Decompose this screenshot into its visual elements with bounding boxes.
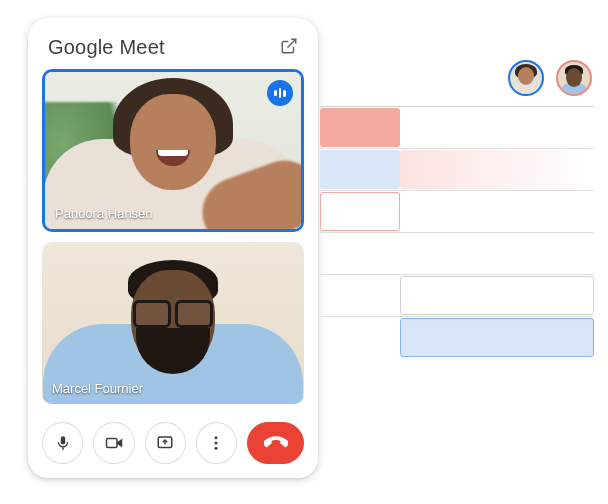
video-tile-participant-2[interactable]: Marcel Fournier — [42, 242, 304, 404]
calendar-event-block[interactable] — [400, 318, 594, 357]
svg-point-7 — [215, 447, 218, 450]
meet-window: Google Meet Pandora Hansen — [28, 18, 318, 478]
avatar-user-2[interactable] — [556, 60, 592, 96]
svg-point-6 — [215, 442, 218, 445]
svg-rect-2 — [106, 439, 117, 448]
calendar-grid — [320, 106, 594, 358]
participant-name: Pandora Hansen — [55, 206, 153, 221]
calendar-row — [320, 316, 594, 358]
calendar-event-block[interactable] — [320, 150, 400, 189]
call-controls — [42, 414, 304, 464]
camera-button[interactable] — [93, 422, 134, 464]
calendar-row — [320, 190, 594, 232]
calendar-avatars — [508, 60, 592, 96]
svg-line-0 — [288, 39, 296, 47]
calendar-row — [320, 148, 594, 190]
calendar-event-block[interactable] — [320, 192, 400, 231]
video-feed — [42, 242, 304, 404]
hangup-button[interactable] — [247, 422, 304, 464]
svg-rect-1 — [62, 448, 64, 450]
present-button[interactable] — [145, 422, 186, 464]
more-options-button[interactable] — [196, 422, 237, 464]
calendar-event-block[interactable] — [400, 150, 594, 189]
calendar-row — [320, 106, 594, 148]
open-external-icon[interactable] — [280, 37, 298, 59]
calendar-row — [320, 274, 594, 316]
participant-name: Marcel Fournier — [52, 381, 143, 396]
microphone-button[interactable] — [42, 422, 83, 464]
meet-header: Google Meet — [42, 32, 304, 69]
app-title: Google Meet — [48, 36, 165, 59]
calendar-row — [320, 232, 594, 274]
avatar-user-1[interactable] — [508, 60, 544, 96]
calendar-event-block[interactable] — [320, 108, 400, 147]
video-tile-participant-1[interactable]: Pandora Hansen — [42, 69, 304, 232]
calendar-event-block[interactable] — [400, 276, 594, 315]
speaking-indicator-icon — [267, 80, 293, 106]
svg-point-5 — [215, 436, 218, 439]
